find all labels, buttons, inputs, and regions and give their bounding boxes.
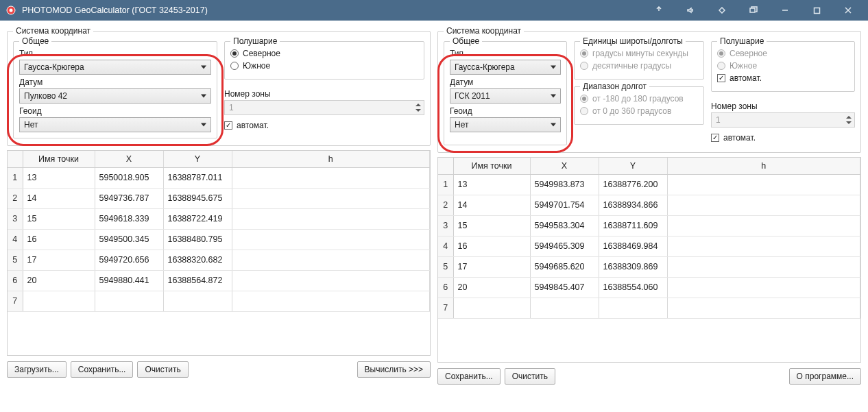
left-load-button[interactable]: Загрузить... [7, 361, 67, 378]
table-cell[interactable]: 5949720.656 [95, 250, 163, 270]
table-cell[interactable]: 16388554.060 [599, 277, 667, 298]
table-cell[interactable]: 5950018.905 [95, 167, 163, 188]
table-cell[interactable] [23, 291, 95, 311]
table-cell[interactable] [667, 256, 860, 277]
table-row[interactable]: 3155949583.30416388711.609 [438, 215, 860, 236]
table-cell[interactable]: 16388776.200 [599, 174, 667, 195]
table-row[interactable]: 6205949880.44116388564.872 [8, 270, 430, 291]
table-cell[interactable]: 16388320.682 [163, 250, 232, 270]
right-save-button[interactable]: Сохранить... [437, 368, 501, 385]
table-cell[interactable] [667, 195, 860, 215]
left-hemi-south-radio[interactable]: Южное [230, 61, 418, 71]
row-header[interactable]: 3 [8, 208, 23, 229]
right-col-x[interactable]: X [530, 158, 599, 174]
table-cell[interactable] [667, 215, 860, 236]
row-header[interactable]: 4 [8, 229, 23, 250]
table-cell[interactable]: 16388480.795 [163, 229, 232, 250]
table-cell[interactable]: 5949618.339 [95, 208, 163, 229]
table-row[interactable]: 1135949983.87316388776.200 [438, 174, 860, 195]
table-row[interactable]: 5175949720.65616388320.682 [8, 250, 430, 270]
row-header[interactable]: 4 [438, 236, 453, 256]
about-button[interactable]: О программе... [789, 368, 861, 385]
table-row[interactable]: 5175949685.62016388309.869 [438, 256, 860, 277]
table-cell[interactable]: 16388787.011 [163, 167, 232, 188]
table-cell[interactable] [232, 167, 430, 188]
table-cell[interactable]: 16388934.866 [599, 195, 667, 215]
table-cell[interactable]: 15 [453, 215, 530, 236]
row-header[interactable]: 1 [8, 167, 23, 188]
left-zone-spin[interactable]: 1 [224, 100, 424, 115]
right-geoid-select[interactable]: Нет [450, 117, 561, 132]
table-cell[interactable]: 16388711.609 [599, 215, 667, 236]
left-col-name[interactable]: Имя точки [23, 151, 95, 167]
right-type-select[interactable]: Гаусса-Крюгера [450, 60, 561, 75]
table-row[interactable]: 7 [8, 291, 430, 311]
table-cell[interactable]: 5949880.441 [95, 270, 163, 291]
table-cell[interactable] [95, 291, 163, 311]
table-cell[interactable] [232, 270, 430, 291]
table-cell[interactable]: 15 [23, 208, 95, 229]
table-cell[interactable] [667, 298, 860, 318]
table-cell[interactable] [530, 298, 599, 318]
left-col-x[interactable]: X [95, 151, 163, 167]
row-header[interactable]: 3 [438, 215, 453, 236]
right-hemi-auto-check[interactable]: автомат. [717, 73, 849, 83]
table-cell[interactable]: 16388309.869 [599, 256, 667, 277]
table-row[interactable]: 4165949465.30916388469.984 [438, 236, 860, 256]
table-cell[interactable] [232, 229, 430, 250]
left-type-select[interactable]: Гаусса-Крюгера [19, 60, 211, 75]
table-row[interactable]: 2145949736.78716388945.675 [8, 188, 430, 208]
titlebar-sound-icon[interactable] [675, 0, 706, 21]
table-row[interactable]: 7 [438, 298, 860, 318]
table-row[interactable]: 6205949845.40716388554.060 [438, 277, 860, 298]
table-cell[interactable]: 20 [23, 270, 95, 291]
left-zone-auto-check[interactable]: автомат. [224, 121, 424, 130]
left-clear-button[interactable]: Очистить [137, 361, 188, 378]
right-clear-button[interactable]: Очистить [505, 368, 555, 385]
table-cell[interactable]: 13 [23, 167, 95, 188]
right-col-name[interactable]: Имя точки [453, 158, 530, 174]
titlebar-diamond-icon[interactable] [706, 0, 738, 21]
table-cell[interactable]: 16388469.984 [599, 236, 667, 256]
left-table[interactable]: Имя точки X Y h 1135950018.90516388787.0… [7, 150, 431, 356]
table-row[interactable]: 3155949618.33916388722.419 [8, 208, 430, 229]
right-table[interactable]: Имя точки X Y h 1135949983.87316388776.2… [437, 157, 861, 363]
right-col-h[interactable]: h [667, 158, 860, 174]
table-cell[interactable]: 16388564.872 [163, 270, 232, 291]
table-cell[interactable]: 5949583.304 [530, 215, 599, 236]
table-cell[interactable]: 5949685.620 [530, 256, 599, 277]
table-row[interactable]: 1135950018.90516388787.011 [8, 167, 430, 188]
row-header[interactable]: 1 [438, 174, 453, 195]
table-cell[interactable]: 17 [453, 256, 530, 277]
left-hemi-north-radio[interactable]: Северное [230, 49, 418, 58]
minimize-button[interactable] [769, 0, 801, 21]
table-cell[interactable]: 20 [453, 277, 530, 298]
table-cell[interactable] [453, 298, 530, 318]
left-geoid-select[interactable]: Нет [19, 117, 211, 132]
row-header[interactable]: 5 [8, 250, 23, 270]
table-cell[interactable]: 5949845.407 [530, 277, 599, 298]
table-cell[interactable]: 16 [23, 229, 95, 250]
table-cell[interactable]: 5949736.787 [95, 188, 163, 208]
row-header[interactable]: 2 [8, 188, 23, 208]
maximize-button[interactable] [801, 0, 832, 21]
table-cell[interactable] [163, 291, 232, 311]
table-cell[interactable]: 16388945.675 [163, 188, 232, 208]
row-header[interactable]: 6 [438, 277, 453, 298]
table-cell[interactable] [667, 174, 860, 195]
table-row[interactable]: 2145949701.75416388934.866 [438, 195, 860, 215]
row-header[interactable]: 7 [8, 291, 23, 311]
table-cell[interactable]: 5949701.754 [530, 195, 599, 215]
table-cell[interactable]: 5949983.873 [530, 174, 599, 195]
table-cell[interactable]: 14 [453, 195, 530, 215]
row-header[interactable]: 2 [438, 195, 453, 215]
table-cell[interactable] [232, 188, 430, 208]
table-cell[interactable] [667, 277, 860, 298]
right-datum-select[interactable]: ГСК 2011 [450, 88, 561, 104]
row-header[interactable]: 6 [8, 270, 23, 291]
table-cell[interactable]: 16388722.419 [163, 208, 232, 229]
left-col-y[interactable]: Y [163, 151, 232, 167]
table-cell[interactable]: 16 [453, 236, 530, 256]
left-save-button[interactable]: Сохранить... [71, 361, 134, 378]
titlebar-cascade-icon[interactable] [738, 0, 769, 21]
